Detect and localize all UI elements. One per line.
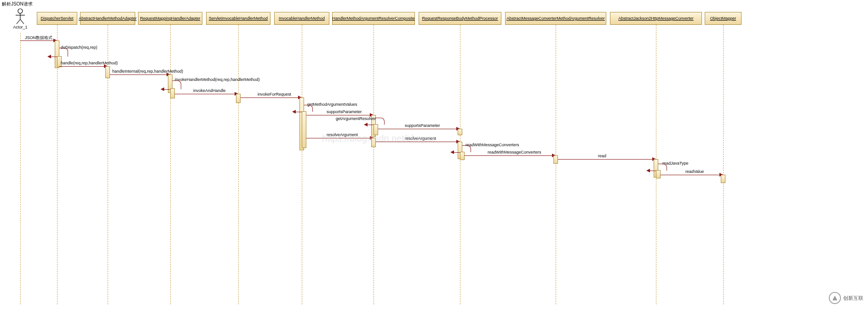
participant-servlet-invocable-handler-method: ServletInvocableHandlerMethod [206, 12, 270, 25]
message-resolve-argument-1: resolveArgument [327, 132, 358, 137]
message-read-with-message-converters-1: readWithMessageConverters [466, 143, 519, 147]
arrow-m9 [306, 115, 371, 115]
self-call-get-method-argument-values [304, 105, 313, 112]
arrow-m18 [661, 175, 720, 175]
actor-label: Actor_1 [13, 25, 27, 29]
brand-logo: 创新互联 [828, 292, 863, 304]
activation-p5-2 [302, 111, 306, 148]
participant-abstract-jackson2-http-message-converter: AbstractJackson2HttpMessageConverter [610, 12, 702, 25]
activation-p4 [236, 94, 241, 103]
arrow-m15 [465, 155, 553, 156]
message-read-with-message-converters-2: readWithMessageConverters [488, 150, 541, 154]
activation-p2 [105, 66, 110, 78]
participant-request-response-body-method-processor: RequestResponseBodyMethodProcessor [419, 12, 501, 25]
diagram-title: 解析JSON请求 [2, 1, 33, 7]
participant-abstract-message-converter-method-argument-resolver: AbstractMessageConverterMethodArgumentRe… [505, 12, 606, 25]
message-invoke-handler-method: invokeHandlerMethod(req,rep,handlerMetho… [175, 77, 260, 82]
sequence-diagram-canvas: 解析JSON请求 Actor_1 DispatcherServlet Abstr… [0, 0, 868, 309]
self-call-read-with-message-converters [462, 145, 471, 152]
activation-p7-1 [458, 129, 462, 135]
activation-p6-2 [374, 124, 378, 135]
message-handle-internal: handleInternal(req,rep,handlerMethod) [112, 69, 183, 74]
arrow-m4 [110, 74, 167, 75]
activation-p8 [553, 155, 558, 164]
svg-point-0 [18, 9, 23, 13]
brand-logo-text: 创新互联 [843, 295, 863, 302]
arrow-m13 [376, 142, 457, 142]
participant-request-mapping-handler-adapter: RequestMappingHandlerAdapter [138, 12, 202, 25]
participant-handler-method-argument-resolver-composite: HandlerMethodArgumentResolverComposite [332, 12, 415, 25]
activation-p6-3 [371, 138, 376, 147]
participant-abstract-handler-method-adapter: AbstractHandlerMethodAdapter [80, 12, 135, 25]
activation-p3-2 [170, 88, 175, 98]
message-resolve-argument-2: resolveArgument [405, 136, 436, 141]
svg-line-4 [20, 19, 24, 24]
self-call-get-argument-resolver [376, 118, 385, 125]
message-get-method-argument-values: getMethodArgumentValues [307, 102, 357, 107]
self-call-do-dispatch [59, 48, 68, 57]
lifeline-p4 [238, 25, 239, 304]
arrow-m16 [558, 159, 653, 160]
arrow-m7 [241, 97, 299, 98]
arrow-m1 [20, 40, 54, 41]
lifeline-p3 [170, 25, 171, 304]
arrow-m6 [175, 94, 236, 94]
message-read-value: readValue [685, 169, 704, 174]
lifeline-p7 [460, 25, 460, 304]
arrow-m12 [306, 138, 371, 138]
activation-p10 [721, 175, 725, 183]
svg-line-3 [17, 19, 20, 24]
participant-dispatcher-servlet: DispatcherServlet [37, 12, 77, 25]
message-supports-parameter-2: supportsParameter [405, 123, 440, 128]
self-call-read-java-type [658, 164, 667, 171]
message-get-argument-resolver: getArgumentResolver [336, 116, 376, 121]
lifeline-p10 [723, 25, 724, 304]
actor-stick-figure: Actor_1 [12, 8, 29, 29]
message-handle: handle(req,rep,handlerMethod) [61, 61, 118, 65]
activation-p9-2 [656, 170, 661, 178]
participant-invocable-handler-method: InvocableHandlerMethod [274, 12, 329, 25]
lifeline-p8 [556, 25, 556, 304]
lifeline-actor [20, 33, 21, 304]
message-read: read [598, 154, 606, 158]
arrow-m11 [378, 129, 457, 129]
message-invoke-for-request: invokeForRequest [258, 92, 291, 97]
message-supports-parameter-1: supportsParameter [327, 109, 362, 114]
message-invoke-and-handle: invokeAndHandle [193, 88, 226, 93]
lifeline-p5 [302, 25, 302, 304]
activation-p7-3 [460, 152, 465, 160]
lifeline-p6 [374, 25, 374, 304]
participant-object-mapper: ObjectMapper [705, 12, 742, 25]
arrow-m3 [59, 66, 105, 67]
